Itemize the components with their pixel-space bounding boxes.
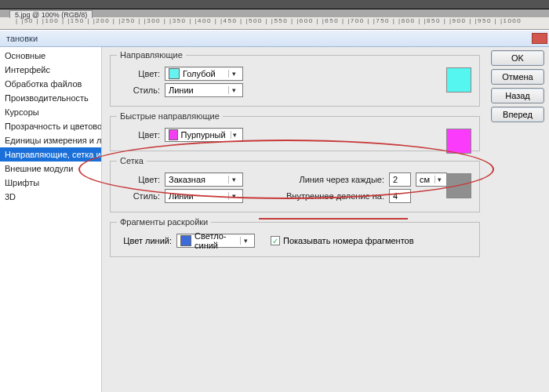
color-swatch-icon xyxy=(169,68,180,79)
preferences-sidebar: Основные Интерфейс Обработка файлов Прои… xyxy=(0,47,102,392)
slices-line-color-value: Светло-синий xyxy=(195,231,240,250)
show-slice-numbers-label: Показывать номера фрагментов xyxy=(283,236,414,245)
guides-style-value: Линии xyxy=(169,85,228,95)
dialog-buttons: OK Отмена Назад Вперед xyxy=(488,47,549,392)
sidebar-item[interactable]: Интерфейс xyxy=(0,63,101,77)
sidebar-item[interactable]: Основные xyxy=(0,49,101,63)
sidebar-item[interactable]: Прозрачность и цветовой охват xyxy=(0,119,101,133)
app-menubar xyxy=(0,0,549,9)
grid-unit-value: см xyxy=(420,175,434,184)
guides-style-select[interactable]: Линии ▾ xyxy=(165,83,243,97)
sidebar-item[interactable]: Производительность xyxy=(0,91,101,105)
ok-button[interactable]: OK xyxy=(491,50,544,66)
chevron-down-icon: ▾ xyxy=(228,86,239,94)
guides-style-label: Стиль: xyxy=(117,85,160,95)
grid-line-every-label: Линия через каждые: xyxy=(274,175,384,184)
preferences-dialog: Основные Интерфейс Обработка файлов Прои… xyxy=(0,47,549,392)
forward-button[interactable]: Вперед xyxy=(491,107,544,122)
chevron-down-icon: ▾ xyxy=(228,192,239,200)
sidebar-item[interactable]: Внешние модули xyxy=(0,162,101,176)
guides-color-label: Цвет: xyxy=(117,69,160,78)
chevron-down-icon: ▾ xyxy=(434,176,443,183)
back-button[interactable]: Назад xyxy=(491,88,544,103)
grid-group: Сетка Цвет: Заказная ▾ Линия через кажды… xyxy=(110,156,480,212)
window-close-button[interactable] xyxy=(532,33,547,44)
grid-subdiv-input[interactable] xyxy=(389,189,411,203)
grid-color-select[interactable]: Заказная ▾ xyxy=(165,172,243,187)
grid-subdiv-label: Внутреннее деление на: xyxy=(274,191,384,201)
sidebar-item[interactable]: Шрифты xyxy=(0,176,101,190)
smart-guides-color-label: Цвет: xyxy=(117,130,160,140)
grid-style-label: Стиль: xyxy=(117,191,160,201)
slices-line-color-select[interactable]: Светло-синий ▾ xyxy=(176,234,255,248)
chevron-down-icon: ▾ xyxy=(228,176,239,183)
smart-guides-color-value: Пурпурный xyxy=(181,130,231,140)
grid-color-label: Цвет: xyxy=(117,175,160,184)
guides-group: Направляющие Цвет: Голубой ▾ Стиль: Лини… xyxy=(110,50,480,107)
guides-color-swatch[interactable] xyxy=(446,67,471,93)
sidebar-item[interactable]: Курсоры xyxy=(0,105,101,119)
dialog-titlebar: тановки xyxy=(0,30,549,47)
dialog-title: тановки xyxy=(6,34,38,43)
sidebar-item[interactable]: Обработка файлов xyxy=(0,77,101,91)
sidebar-item[interactable]: 3D xyxy=(0,190,101,204)
chevron-down-icon: ▾ xyxy=(231,131,239,139)
chevron-down-icon: ▾ xyxy=(240,237,251,245)
grid-unit-select[interactable]: см ▾ xyxy=(416,172,447,187)
slices-legend: Фрагменты раскройки xyxy=(117,217,211,227)
chevron-down-icon: ▾ xyxy=(228,70,239,78)
preferences-panel: Направляющие Цвет: Голубой ▾ Стиль: Лини… xyxy=(102,47,488,392)
grid-legend: Сетка xyxy=(117,156,147,165)
sidebar-item-guides-grid-slices[interactable]: Направляющие, сетка и фрагменты xyxy=(0,147,101,162)
smart-guides-color-swatch[interactable] xyxy=(446,129,471,154)
grid-style-value: Линии xyxy=(169,191,228,201)
document-tabbar: 5.jpg @ 100% (RGB/8) xyxy=(0,9,549,17)
cancel-button[interactable]: Отмена xyxy=(491,69,544,85)
guides-color-select[interactable]: Голубой ▾ xyxy=(165,67,243,81)
horizontal-ruler: | |50 | |100 | |150 | |200 | |250 | |300… xyxy=(0,17,549,30)
smart-guides-group: Быстрые направляющие Цвет: Пурпурный ▾ xyxy=(110,111,480,151)
guides-color-value: Голубой xyxy=(183,69,228,78)
grid-line-every-input[interactable] xyxy=(389,172,411,187)
slices-group: Фрагменты раскройки Цвет линий: Светло-с… xyxy=(110,217,480,257)
grid-color-value: Заказная xyxy=(169,175,228,184)
grid-color-swatch[interactable] xyxy=(446,173,471,198)
smart-guides-color-select[interactable]: Пурпурный ▾ xyxy=(165,128,243,142)
show-slice-numbers-checkbox[interactable]: ✓ xyxy=(271,236,280,245)
color-swatch-icon xyxy=(180,235,191,246)
guides-legend: Направляющие xyxy=(117,50,186,60)
grid-style-select[interactable]: Линии ▾ xyxy=(165,189,243,203)
smart-guides-legend: Быстрые направляющие xyxy=(117,111,223,121)
slices-line-color-label: Цвет линий: xyxy=(117,236,172,245)
color-swatch-icon xyxy=(169,129,178,140)
sidebar-item[interactable]: Единицы измерения и линейки xyxy=(0,133,101,147)
